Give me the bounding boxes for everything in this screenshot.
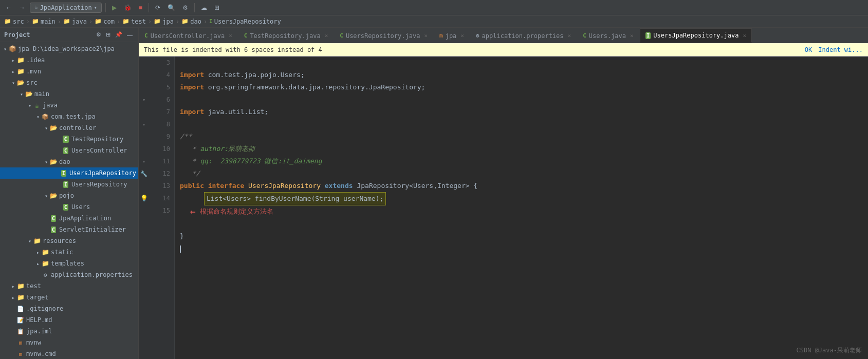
toolbar-back-btn[interactable]: ← [3, 3, 14, 12]
tree-item-src[interactable]: ▾ 📂 src [0, 77, 138, 88]
line-num-3[interactable]: 3 [149, 56, 174, 69]
search-btn[interactable]: 🔍 [165, 3, 178, 12]
build-btn[interactable]: ⊞ [212, 3, 222, 12]
breadcrumb-src[interactable]: 📁 src [4, 18, 24, 25]
sidebar-layout-btn[interactable]: ⊞ [104, 31, 112, 39]
tree-item-main[interactable]: ▾ 📂 main [0, 88, 138, 100]
tree-item-mvnwcmd[interactable]: ▸ m mvnw.cmd [0, 348, 138, 359]
tree-item-test[interactable]: ▸ 📁 test [0, 280, 138, 292]
notice-indent-btn[interactable]: Indent wi... [818, 46, 863, 53]
line-num-15[interactable]: 15 [149, 204, 174, 217]
tree-label-gitignore: .gitignore [26, 305, 63, 312]
line-num-4[interactable]: 4 [149, 69, 174, 81]
tab-testrepository[interactable]: C TestRepository.java × [238, 28, 334, 43]
gutter-fold-11[interactable]: ▾ [139, 155, 149, 167]
tab-close-userscontroller[interactable]: × [229, 32, 232, 39]
breadcrumb-com[interactable]: 📁 com [95, 18, 115, 25]
tree-arrow-templates: ▸ [35, 261, 41, 267]
tree-item-controller[interactable]: ▾ 📂 controller [0, 122, 138, 134]
tree-label-users: Users [71, 203, 90, 211]
line-num-14[interactable]: 14 [149, 192, 174, 204]
tab-icon-c4: C [583, 32, 586, 39]
tree-item-servletinitializer[interactable]: ▸ C ServletInitializer [0, 224, 138, 235]
tree-item-comtestjpa[interactable]: ▾ 📦 com.test.jpa [0, 111, 138, 122]
gutter-10 [139, 143, 149, 155]
tree-item-users[interactable]: ▸ C Users [0, 201, 138, 213]
tree-label-target: target [26, 294, 48, 301]
tree-label-mvnwcmd: mvnw.cmd [26, 350, 56, 357]
tree-label-helpmd: HELP.md [26, 316, 52, 324]
git-btn[interactable]: ☁ [198, 3, 210, 12]
tree-item-mvnw[interactable]: ▸ m mvnw [0, 337, 138, 348]
tab-close-appprops[interactable]: × [568, 32, 571, 39]
settings-btn[interactable]: ⚙ [180, 3, 191, 12]
line-num-10[interactable]: 10 [149, 143, 174, 155]
tree-item-pojo[interactable]: ▾ 📂 pojo [0, 190, 138, 201]
debug-btn[interactable]: 🐞 [121, 3, 134, 12]
tree-item-userscontroller[interactable]: ▸ C UsersController [0, 145, 138, 156]
tree-item-jpa[interactable]: ▾ 📦 jpa D:\idea_workspace2\jpa [0, 43, 138, 54]
line-num-7[interactable]: 7 [149, 106, 174, 118]
line-num-5[interactable]: 5 [149, 81, 174, 93]
gutter-fold-6[interactable]: ▾ [139, 93, 149, 106]
stop-btn[interactable]: ■ [136, 3, 145, 12]
tree-item-resources[interactable]: ▾ 📁 resources [0, 235, 138, 247]
line-num-11[interactable]: 11 [149, 155, 174, 167]
tree-item-jpaiml[interactable]: ▸ 📋 jpa.iml [0, 326, 138, 337]
tree-item-jpaapplication[interactable]: ▸ C JpaApplication [0, 213, 138, 224]
tree-item-usersjparepository[interactable]: ▸ I UsersJpaRepository [0, 167, 138, 179]
update-btn[interactable]: ⟳ [153, 3, 163, 12]
tab-usersjava[interactable]: C Users.java × [577, 28, 639, 43]
line-num-12[interactable]: 12 [149, 167, 174, 180]
tab-usersrepository[interactable]: C UsersRepository.java × [334, 28, 433, 43]
line-num-6[interactable]: 6 [149, 93, 174, 106]
tree-item-target[interactable]: ▸ 📁 target [0, 292, 138, 303]
tree-item-static[interactable]: ▸ 📁 static [0, 247, 138, 258]
run-btn[interactable]: ▶ [109, 3, 119, 12]
breadcrumb-test[interactable]: 📁 test [122, 18, 146, 25]
tab-close-jpa[interactable]: × [460, 32, 464, 39]
sidebar-gear-btn[interactable]: ⚙ [95, 31, 103, 39]
tab-appprops[interactable]: ⚙ application.properties × [470, 28, 577, 43]
sidebar-pin-btn[interactable]: 📌 [114, 31, 124, 39]
tree-label-static: static [51, 249, 73, 256]
tab-jpa[interactable]: m jpa × [434, 28, 470, 43]
tree-item-helpmd[interactable]: ▸ 📝 HELP.md [0, 314, 138, 326]
breadcrumb-java[interactable]: 📁 java [63, 18, 87, 25]
app-badge[interactable]: ☕ JpaApplication ▾ [30, 3, 102, 13]
tree-item-idea[interactable]: ▸ 📁 .idea [0, 54, 138, 66]
breadcrumb-main[interactable]: 📁 main [32, 18, 56, 25]
line-num-13[interactable]: 13 [149, 180, 174, 192]
tab-close-usersjparepository[interactable]: × [743, 32, 746, 39]
app-name: JpaApplication [40, 4, 92, 11]
tree-item-templates[interactable]: ▸ 📁 templates [0, 258, 138, 269]
tree-item-java[interactable]: ▾ ☕ java [0, 100, 138, 111]
toolbar-forward-btn[interactable]: → [16, 3, 28, 12]
breadcrumb-dao[interactable]: 📁 dao [181, 18, 201, 25]
line-num-9[interactable]: 9 [149, 130, 174, 143]
tree-item-gitignore[interactable]: ▸ 📄 .gitignore [0, 303, 138, 314]
tab-usersjparepository[interactable]: I UsersJpaRepository.java × [640, 28, 752, 43]
notice-ok-btn[interactable]: OK [805, 46, 812, 53]
tab-close-usersrepository[interactable]: × [424, 32, 428, 39]
tab-close-usersjava[interactable]: × [630, 32, 634, 39]
tree-item-usersrepository[interactable]: ▸ I UsersRepository [0, 179, 138, 190]
breadcrumb-file[interactable]: I UsersJpaRepository [209, 18, 281, 25]
sidebar-minimize-btn[interactable]: — [125, 31, 134, 39]
tree-item-mvn[interactable]: ▸ 📁 .mvn [0, 66, 138, 77]
breadcrumb-jpa[interactable]: 📁 jpa [154, 18, 174, 25]
line-num-8[interactable]: 8 [149, 118, 174, 130]
class-icon-testrepository: C [62, 135, 70, 143]
tree-arrow-userscontroller: ▸ [56, 148, 62, 154]
gutter-3 [139, 56, 149, 69]
tab-userscontroller[interactable]: C UsersController.java × [139, 28, 238, 43]
tree-item-testrepository[interactable]: ▸ C TestRepository [0, 134, 138, 145]
code-content[interactable]: import com.test.jpa.pojo.Users; import o… [175, 56, 868, 359]
tab-close-testrepository[interactable]: × [325, 32, 328, 39]
gutter-fold-8[interactable]: ▾ [139, 118, 149, 130]
tree-label-controller: controller [59, 124, 96, 131]
class-icon-userscontroller: C [62, 146, 70, 155]
tree-item-appprops[interactable]: ▸ ⚙ application.properties [0, 269, 138, 280]
tree-item-dao[interactable]: ▾ 📂 dao [0, 156, 138, 167]
breadcrumb-sep-7: › [204, 18, 207, 25]
